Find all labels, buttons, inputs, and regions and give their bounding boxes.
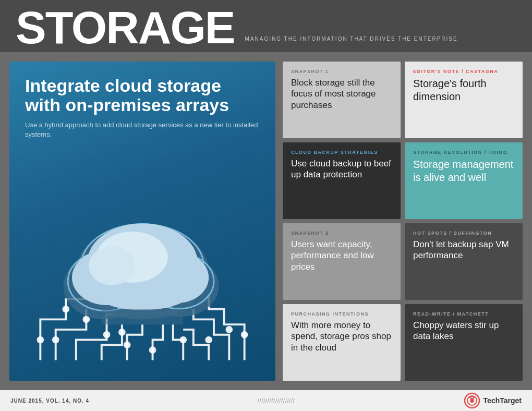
svg-point-10 — [149, 346, 156, 354]
svg-point-8 — [225, 326, 233, 333]
cloud-svg — [25, 187, 260, 381]
svg-rect-25 — [102, 309, 184, 324]
footer-decoration: /////////////////// — [258, 398, 295, 404]
card-title: Block storage still the focus of most st… — [291, 77, 392, 111]
card-title: Storage management is alive and well — [413, 158, 514, 184]
card-purchasing[interactable]: PURCHASING INTENTIONS With more money to… — [283, 304, 401, 381]
hero-panel[interactable]: Integrate cloud storage with on-premises… — [9, 62, 275, 381]
svg-point-28 — [470, 398, 474, 403]
card-title: With more money to spend, storage pros s… — [291, 320, 392, 353]
card-title: Don't let backup sap VM performance — [413, 239, 514, 261]
svg-point-1 — [37, 336, 44, 344]
article-grid: SNAPSHOT 1 Block storage still the focus… — [283, 62, 523, 381]
hero-subtitle: Use a hybrid approach to add cloud stora… — [25, 120, 260, 139]
svg-point-6 — [179, 336, 187, 344]
card-snapshot2[interactable]: SNAPSHOT 2 Users want capacity, performa… — [283, 223, 401, 300]
card-label: PURCHASING INTENTIONS — [291, 311, 392, 317]
card-read-write[interactable]: READ-WRITE / MATCHETT Choppy waters stir… — [405, 304, 523, 381]
svg-point-7 — [205, 336, 212, 344]
svg-point-9 — [241, 331, 248, 339]
svg-point-24 — [89, 247, 135, 285]
card-label: SNAPSHOT 1 — [291, 69, 392, 74]
card-label: STORAGE REVOLUTION / TOIGO — [413, 150, 514, 155]
hero-title: Integrate cloud storage with on-premises… — [25, 76, 260, 115]
card-label: EDITOR'S NOTE / CASTAGNA — [413, 69, 514, 74]
svg-point-3 — [62, 306, 69, 313]
card-storage-revolution[interactable]: STORAGE REVOLUTION / TOIGO Storage manag… — [405, 142, 523, 219]
svg-point-11 — [118, 329, 126, 336]
card-snapshot1[interactable]: SNAPSHOT 1 Block storage still the focus… — [283, 62, 401, 138]
svg-point-0 — [52, 336, 59, 344]
card-label: READ-WRITE / MATCHETT — [413, 311, 514, 317]
card-label: HOT SPOTS / BUFFINGTON — [413, 231, 514, 236]
cloud-illustration — [25, 144, 260, 381]
main-content: Integrate cloud storage with on-premises… — [0, 52, 532, 390]
header: STORAGE MANAGING THE INFORMATION THAT DR… — [0, 0, 532, 52]
card-title: Users want capacity, performance and low… — [291, 239, 392, 272]
svg-point-5 — [124, 342, 131, 349]
svg-point-4 — [103, 331, 111, 339]
card-label: CLOUD BACKUP STRATEGIES — [291, 150, 392, 155]
card-hot-spots[interactable]: HOT SPOTS / BUFFINGTON Don't let backup … — [405, 223, 523, 300]
footer-logo: TechTarget — [464, 392, 522, 409]
techtarget-icon — [464, 392, 480, 409]
card-editors-note[interactable]: EDITOR'S NOTE / CASTAGNA Storage's fourt… — [405, 62, 523, 138]
card-title: Use cloud backup to beef up data protect… — [291, 158, 392, 180]
svg-point-30 — [471, 397, 473, 398]
card-title: Choppy waters stir up data lakes — [413, 320, 514, 342]
card-title: Storage's fourth dimension — [413, 77, 514, 103]
magazine-logo: STORAGE — [16, 7, 235, 48]
magazine-tagline: MANAGING THE INFORMATION THAT DRIVES THE… — [245, 36, 458, 48]
card-label: SNAPSHOT 2 — [291, 231, 392, 236]
edition-info: JUNE 2015, VOL. 14, NO. 4 — [10, 398, 89, 404]
techtarget-label: TechTarget — [483, 396, 522, 405]
footer: JUNE 2015, VOL. 14, NO. 4 //////////////… — [0, 390, 532, 411]
card-cloud-backup[interactable]: CLOUD BACKUP STRATEGIES Use cloud backup… — [283, 142, 401, 219]
